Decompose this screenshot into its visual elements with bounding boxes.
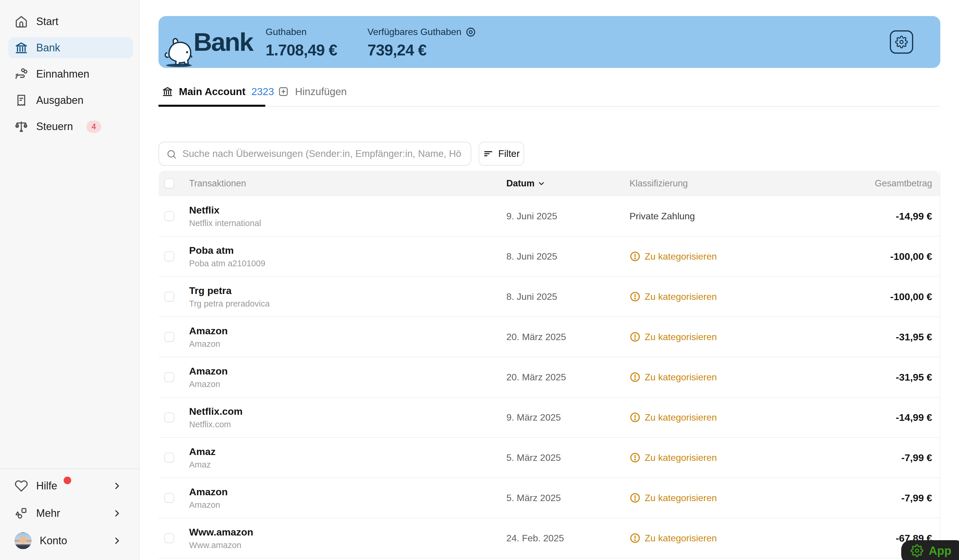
- tab-label: Main Account: [179, 86, 245, 97]
- classification-label: Zu kategorisieren: [645, 493, 717, 503]
- sidebar-item-label: Bank: [36, 42, 60, 54]
- transaction-subtitle: Trg petra preradovica: [189, 299, 507, 309]
- transaction-subtitle: Netflix.com: [189, 420, 507, 430]
- row-checkbox[interactable]: [164, 372, 174, 382]
- sidebar-item-steuern[interactable]: Steuern 4: [8, 116, 133, 137]
- filter-icon: [483, 148, 494, 159]
- plus-square-icon: [277, 86, 289, 97]
- table-row[interactable]: Amaz Amaz 5. März 2025 Zu kategorisieren…: [158, 438, 940, 478]
- available-balance-value: 739,24 €: [368, 41, 476, 59]
- transaction-title: Amaz: [189, 446, 507, 457]
- logo-wordmark: Bank: [193, 27, 253, 57]
- sidebar-item-bank[interactable]: Bank: [8, 37, 133, 58]
- transaction-title: Netflix.com: [189, 406, 507, 417]
- transaction-classification: Zu kategorisieren: [629, 492, 863, 503]
- row-checkbox[interactable]: [164, 211, 174, 221]
- balance-label: Guthaben: [266, 27, 337, 37]
- classification-label: Zu kategorisieren: [645, 452, 717, 463]
- transaction-subtitle: Amazon: [189, 500, 507, 510]
- classification-label: Zu kategorisieren: [645, 291, 717, 302]
- table-row[interactable]: Amazon Amazon 20. März 2025 Zu kategoris…: [158, 317, 940, 357]
- row-checkbox[interactable]: [164, 453, 174, 463]
- search-icon: [166, 149, 177, 160]
- transaction-subtitle: Amazon: [189, 339, 507, 349]
- row-checkbox[interactable]: [164, 251, 174, 261]
- warning-icon: [629, 533, 640, 544]
- sidebar-item-start[interactable]: Start: [8, 11, 133, 32]
- bank-icon: [162, 86, 173, 97]
- transaction-subtitle: Www.amazon: [189, 541, 507, 550]
- table-row[interactable]: Trg petra Trg petra preradovica 8. Juni …: [158, 277, 940, 317]
- warning-icon: [629, 251, 640, 262]
- tab-transaction-count: 2323: [251, 86, 274, 97]
- scales-icon: [14, 120, 28, 133]
- column-header-transactions: Transaktionen: [189, 178, 507, 189]
- row-checkbox[interactable]: [164, 292, 174, 302]
- transaction-subtitle: Amaz: [189, 460, 507, 469]
- piggy-bank-logo: [162, 30, 198, 67]
- tab-add-account[interactable]: Hinzufügen: [277, 86, 347, 97]
- sidebar-item-label: Hilfe: [36, 480, 57, 492]
- sidebar-item-einnahmen[interactable]: Einnahmen: [8, 64, 133, 84]
- table-row[interactable]: Netflix.com Netflix.com 9. März 2025 Zu …: [158, 398, 940, 438]
- warning-icon: [629, 452, 640, 463]
- transaction-date: 5. März 2025: [507, 452, 629, 463]
- home-icon: [14, 15, 28, 28]
- transaction-title: Netflix: [189, 204, 507, 216]
- transaction-title: Trg petra: [189, 285, 507, 296]
- classification-label: Private Zahlung: [629, 211, 695, 222]
- table-row[interactable]: Www.amazon Www.amazon 24. Feb. 2025 Zu k…: [158, 518, 940, 558]
- transaction-subtitle: Netflix international: [189, 218, 507, 228]
- transaction-amount: -31,95 €: [863, 331, 940, 343]
- transaction-title: Amazon: [189, 486, 507, 498]
- classification-label: Zu kategorisieren: [645, 412, 717, 423]
- tab-main-account[interactable]: Main Account 2323: [162, 86, 274, 97]
- sidebar-item-hilfe[interactable]: Hilfe: [8, 473, 133, 499]
- column-header-date[interactable]: Datum: [507, 178, 629, 189]
- filter-button[interactable]: Filter: [479, 142, 524, 165]
- sidebar: Start Bank Einnahmen Ausgaben Steuern 4 …: [0, 0, 140, 560]
- classification-label: Zu kategorisieren: [645, 372, 717, 383]
- classification-label: Zu kategorisieren: [645, 533, 717, 544]
- app-badge[interactable]: App: [901, 540, 959, 560]
- avatar: [14, 532, 32, 549]
- table-row[interactable]: Netflix Netflix international 9. Juni 20…: [158, 196, 940, 237]
- transaction-subtitle: Poba atm a2101009: [189, 259, 507, 268]
- transaction-date: 5. März 2025: [507, 493, 629, 503]
- transaction-classification: Private Zahlung: [629, 211, 863, 222]
- account-settings-button[interactable]: [890, 30, 913, 54]
- row-checkbox[interactable]: [164, 332, 174, 342]
- transaction-classification: Zu kategorisieren: [629, 291, 863, 302]
- row-checkbox[interactable]: [164, 533, 174, 543]
- row-checkbox[interactable]: [164, 412, 174, 422]
- transaction-date: 9. März 2025: [507, 412, 629, 423]
- visibility-icon[interactable]: [465, 27, 476, 37]
- table-header: Transaktionen Datum Klassifizierung Gesa…: [158, 171, 940, 196]
- table-row[interactable]: Amazon Amazon 5. März 2025 Zu kategorisi…: [158, 478, 940, 518]
- sidebar-item-label: Start: [36, 16, 58, 28]
- search-input[interactable]: [159, 142, 471, 165]
- sidebar-item-mehr[interactable]: Mehr: [8, 501, 133, 526]
- transaction-date: 20. März 2025: [507, 332, 629, 342]
- transaction-title: Poba atm: [189, 245, 507, 256]
- main-content: Bank Guthaben 1.708,49 € Verfügbares Gut…: [140, 0, 959, 560]
- transaction-classification: Zu kategorisieren: [629, 533, 863, 544]
- select-all-checkbox[interactable]: [164, 178, 174, 188]
- transaction-date: 24. Feb. 2025: [507, 533, 629, 544]
- warning-icon: [629, 412, 640, 423]
- transaction-date: 9. Juni 2025: [507, 211, 629, 222]
- table-row[interactable]: Amazon Amazon 20. März 2025 Zu kategoris…: [158, 357, 940, 398]
- chevron-right-icon: [112, 481, 122, 491]
- sidebar-item-label: Mehr: [36, 507, 60, 519]
- transaction-amount: -14,99 €: [863, 412, 940, 423]
- warning-icon: [629, 492, 640, 503]
- row-checkbox[interactable]: [164, 493, 174, 503]
- transaction-title: Amazon: [189, 366, 507, 377]
- transaction-classification: Zu kategorisieren: [629, 331, 863, 342]
- bank-icon: [14, 41, 28, 54]
- table-row[interactable]: Poba atm Poba atm a2101009 8. Juni 2025 …: [158, 237, 940, 277]
- classification-label: Zu kategorisieren: [645, 251, 717, 262]
- sidebar-item-konto[interactable]: Konto: [8, 528, 133, 554]
- sidebar-item-ausgaben[interactable]: Ausgaben: [8, 90, 133, 111]
- transaction-amount: -31,95 €: [863, 372, 940, 383]
